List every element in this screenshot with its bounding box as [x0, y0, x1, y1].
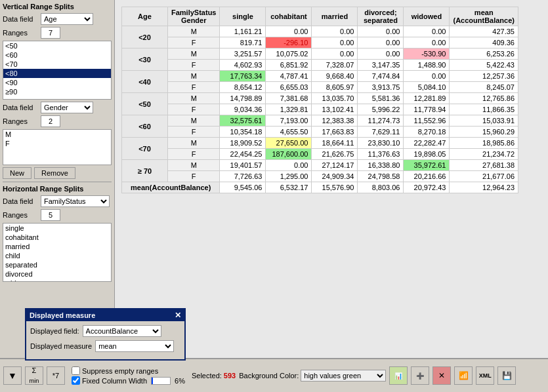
- data-cell: 23,830.10: [358, 138, 404, 149]
- data-cell: 0.00: [358, 49, 404, 60]
- data-cell: 24,909.34: [312, 171, 358, 182]
- color-select[interactable]: high values green high values red low va…: [301, 370, 386, 382]
- ranges-label-2: Ranges: [3, 117, 39, 125]
- data-cell: 8,803.06: [358, 182, 404, 193]
- data-field-select-2[interactable]: Gender: [41, 102, 93, 113]
- table-row: F 819.71 -296.10 0.00 0.00 0.00 409.36: [122, 37, 518, 49]
- displayed-measure-select[interactable]: mean sum count min max: [95, 340, 174, 352]
- list-item[interactable]: <50: [3, 41, 111, 50]
- xml-icon: XML: [479, 372, 492, 379]
- dialog-close-button[interactable]: ✕: [175, 311, 181, 320]
- data-cell: 11,866.35: [450, 104, 518, 115]
- gender-cell: F: [168, 149, 220, 160]
- table-row: mean(AccountBalance) 9,545.06 6,532.17 1…: [122, 182, 518, 193]
- xml-button[interactable]: XML: [476, 366, 494, 385]
- displayed-field-select[interactable]: AccountBalance: [83, 325, 161, 337]
- progress-percent: 6%: [175, 377, 185, 385]
- data-cell: 21,234.72: [450, 149, 518, 160]
- data-cell: 27,681.38: [450, 160, 518, 171]
- data-cell: 12,765.86: [450, 93, 518, 104]
- sigma-button[interactable]: Σmin: [25, 366, 43, 385]
- list-item[interactable]: <90: [3, 78, 111, 87]
- data-cell: 6,532.17: [266, 182, 312, 193]
- data-cell: 409.36: [450, 37, 518, 49]
- table-row: <30 M 3,251.57 10,075.02 0.00 0.00 -530.…: [122, 49, 518, 60]
- gender-ranges-list[interactable]: M F: [3, 129, 112, 165]
- bg-color-area: Background Color: high values green high…: [239, 370, 386, 382]
- add-icon: ➕: [416, 372, 424, 380]
- delete-button[interactable]: ✕: [432, 366, 451, 385]
- age-group-cell: <40: [122, 71, 168, 93]
- filter-button[interactable]: ▼: [3, 366, 22, 385]
- data-cell: 21,677.06: [450, 171, 518, 182]
- data-cell: 1,295.00: [266, 171, 312, 182]
- data-cell: 0.00: [358, 26, 404, 37]
- data-cell: 0.00: [266, 26, 312, 37]
- data-cell: 5,084.10: [404, 82, 450, 93]
- family-status-list[interactable]: single cohabitant married child separate…: [3, 223, 112, 282]
- list-item[interactable]: separated: [3, 260, 111, 269]
- list-item[interactable]: child: [3, 251, 111, 260]
- data-cell: 10,075.02: [266, 49, 312, 60]
- gender-cell: M: [168, 93, 220, 104]
- save-button[interactable]: 💾: [497, 366, 516, 385]
- bar-chart-button[interactable]: 📶: [454, 366, 473, 385]
- age-group-cell: <50: [122, 93, 168, 115]
- new-button-1[interactable]: New: [3, 167, 32, 179]
- table-row: <20 M 1,161.21 0.00 0.00 0.00 0.00 427.3…: [122, 26, 518, 37]
- data-cell: 0.00: [404, 26, 450, 37]
- list-item[interactable]: divorced: [3, 269, 111, 279]
- remove-button-1[interactable]: Remove: [34, 167, 75, 179]
- ranges-input-2[interactable]: 2: [41, 115, 60, 127]
- mean-row-header: mean(AccountBalance): [122, 182, 220, 193]
- data-cell: 1,161.21: [220, 26, 266, 37]
- ranges-input-1[interactable]: 7: [41, 27, 60, 39]
- data-cell: 11,376.63: [358, 149, 404, 160]
- data-cell: 187,600.00: [266, 149, 312, 160]
- fixed-column-width-checkbox[interactable]: [72, 376, 80, 385]
- data-cell: 11,552.96: [404, 115, 450, 127]
- displayed-field-label: Displayed field:: [30, 327, 79, 335]
- progress-bar-container: [151, 377, 171, 385]
- list-item[interactable]: <60: [3, 50, 111, 60]
- gender-cell: F: [168, 104, 220, 115]
- left-panel: Vertical Range Splits Data field Age Ran…: [0, 0, 115, 358]
- col-header-cohabitant: cohabitant: [266, 7, 312, 26]
- suppress-empty-checkbox[interactable]: [72, 366, 80, 375]
- data-cell: 19,898.05: [404, 149, 450, 160]
- list-item[interactable]: M: [3, 130, 111, 139]
- age-group-cell: ≥ 70: [122, 160, 168, 182]
- age-group-cell: <70: [122, 138, 168, 160]
- hash-button[interactable]: *7: [47, 366, 65, 385]
- data-cell: 7,381.68: [266, 93, 312, 104]
- list-item[interactable]: ≥90: [3, 87, 111, 96]
- age-group-cell: <20: [122, 26, 168, 49]
- ranges-input-3[interactable]: 5: [41, 209, 60, 221]
- list-item[interactable]: cohabitant: [3, 233, 111, 242]
- data-cell: 7,328.07: [312, 60, 358, 71]
- table-row: F 10,354.18 4,655.50 17,663.83 7,629.11 …: [122, 127, 518, 138]
- list-item[interactable]: widow: [3, 279, 111, 282]
- dialog-content: Displayed field: AccountBalance Displaye…: [26, 321, 184, 359]
- data-cell: 15,960.29: [450, 127, 518, 138]
- data-cell: 9,545.06: [220, 182, 266, 193]
- list-item[interactable]: single: [3, 224, 111, 233]
- filter-icon: ▼: [8, 370, 17, 381]
- list-item[interactable]: <80: [3, 69, 111, 78]
- bar-chart-icon: 📶: [459, 371, 469, 380]
- chart-bar-button[interactable]: 📊: [389, 366, 408, 385]
- data-field-select-3[interactable]: FamilyStatus: [41, 195, 110, 207]
- list-item[interactable]: <70: [3, 60, 111, 69]
- data-cell: 12,964.23: [450, 182, 518, 193]
- list-item[interactable]: married: [3, 242, 111, 251]
- data-cell: 5,996.22: [358, 104, 404, 115]
- data-field-select-1[interactable]: Age: [41, 13, 93, 25]
- add-button[interactable]: ➕: [411, 366, 429, 385]
- gender-cell: F: [168, 82, 220, 93]
- data-cell: 819.71: [220, 37, 266, 49]
- sigma-icon: Σmin: [30, 366, 39, 384]
- data-cell: 3,147.35: [358, 60, 404, 71]
- list-item[interactable]: F: [3, 139, 111, 148]
- age-ranges-list[interactable]: <50 <60 <70 <80 <90 ≥90: [3, 41, 112, 100]
- main-content: Age FamilyStatusGender single cohabitant…: [115, 0, 548, 358]
